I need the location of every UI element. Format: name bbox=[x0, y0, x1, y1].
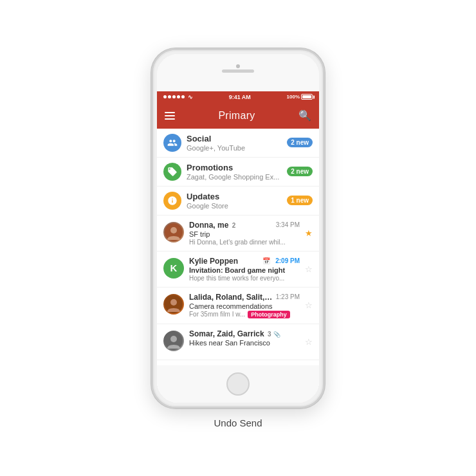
signal-dot bbox=[168, 95, 171, 98]
email-time: 2:09 PM bbox=[275, 257, 300, 264]
caption-label: Undo Send bbox=[214, 417, 262, 428]
email-top: Kylie Poppen 📅 2:09 PM bbox=[189, 257, 300, 266]
email-count: 2 bbox=[232, 222, 236, 229]
svg-point-5 bbox=[170, 336, 177, 342]
email-time: 3:34 PM bbox=[276, 221, 300, 228]
hamburger-line bbox=[165, 118, 175, 120]
email-row[interactable]: Somar, Zaid, Garrick 3 📎 Hikes near San … bbox=[157, 324, 319, 360]
home-button[interactable] bbox=[226, 372, 250, 396]
email-subject: SF trip bbox=[189, 230, 300, 238]
social-badge: 2 new bbox=[287, 138, 313, 147]
email-count: 3 bbox=[268, 331, 271, 338]
tag-badge: Photography bbox=[248, 311, 290, 318]
status-bar: ∿ 9:41 AM 100% bbox=[157, 91, 319, 103]
social-name: Social bbox=[187, 134, 282, 143]
avatar bbox=[163, 294, 184, 315]
social-category[interactable]: Social Google+, YouTube 2 new bbox=[157, 129, 319, 158]
email-subject: Invitation: Board game night bbox=[189, 266, 300, 274]
updates-icon bbox=[163, 192, 181, 210]
calendar-icon: 📅 bbox=[262, 257, 270, 264]
promotions-category[interactable]: Promotions Zagat, Google Shopping Ex... … bbox=[157, 158, 319, 187]
bottom-bezel bbox=[157, 365, 319, 403]
power-button bbox=[324, 127, 325, 153]
star-empty-icon[interactable]: ☆ bbox=[305, 300, 313, 310]
gmail-header: Primary 🔍 bbox=[157, 103, 319, 129]
star-empty-icon[interactable]: ☆ bbox=[305, 337, 313, 347]
email-preview: For 35mm film I w... Photography bbox=[189, 311, 300, 318]
email-info: Lalida, Roland, Salit, me 5 1:23 PM Came… bbox=[189, 293, 300, 318]
email-top: Donna, me 2 3:34 PM bbox=[189, 221, 300, 230]
social-preview: Google+, YouTube bbox=[187, 144, 282, 152]
svg-point-1 bbox=[170, 227, 177, 233]
email-info: Donna, me 2 3:34 PM SF trip Hi Donna, Le… bbox=[189, 221, 300, 246]
promotions-badge: 2 new bbox=[287, 167, 313, 176]
front-camera bbox=[236, 64, 240, 68]
svg-point-3 bbox=[170, 299, 177, 306]
email-info: Kylie Poppen 📅 2:09 PM Invitation: Board… bbox=[189, 257, 300, 282]
star-icon[interactable]: ★ bbox=[305, 228, 313, 238]
email-row[interactable]: Donna, me 2 3:34 PM SF trip Hi Donna, Le… bbox=[157, 215, 319, 252]
battery-icon bbox=[301, 94, 313, 100]
inbox-title: Primary bbox=[218, 110, 255, 122]
social-icon bbox=[163, 134, 181, 152]
signal-dot bbox=[181, 95, 185, 98]
avatar: K bbox=[163, 258, 184, 279]
phone-shell: ∿ 9:41 AM 100% Primary 🔍 bbox=[151, 48, 325, 408]
battery-indicator: 100% bbox=[287, 94, 313, 100]
volume-up-button bbox=[151, 129, 152, 151]
signal-dot bbox=[177, 95, 180, 98]
status-time: 9:41 AM bbox=[229, 94, 251, 100]
signal-dot bbox=[172, 95, 176, 98]
social-info: Social Google+, YouTube bbox=[187, 134, 282, 152]
updates-info: Updates Google Store bbox=[187, 192, 282, 210]
battery-fill bbox=[302, 95, 311, 98]
updates-category[interactable]: Updates Google Store 1 new bbox=[157, 187, 319, 215]
email-time: 1:23 PM bbox=[276, 293, 300, 300]
email-top: Somar, Zaid, Garrick 3 📎 bbox=[189, 329, 300, 338]
hamburger-line bbox=[165, 112, 175, 113]
promotions-icon bbox=[163, 163, 181, 181]
signal-indicator: ∿ bbox=[163, 94, 193, 100]
signal-dot bbox=[163, 95, 167, 98]
email-sender: Somar, Zaid, Garrick 3 📎 bbox=[189, 329, 300, 338]
wifi-icon: ∿ bbox=[188, 94, 193, 100]
volume-down-button bbox=[151, 156, 152, 179]
updates-name: Updates bbox=[187, 192, 282, 201]
hamburger-line bbox=[165, 115, 175, 116]
mute-button bbox=[151, 108, 152, 122]
email-top: Lalida, Roland, Salit, me 5 1:23 PM bbox=[189, 293, 300, 302]
phone-inner: ∿ 9:41 AM 100% Primary 🔍 bbox=[157, 54, 319, 403]
email-preview: Hope this time works for everyo... bbox=[189, 275, 300, 282]
updates-preview: Google Store bbox=[187, 202, 282, 210]
speaker bbox=[222, 69, 254, 73]
email-sender: Donna, me 2 bbox=[189, 221, 273, 230]
email-row[interactable]: K Kylie Poppen 📅 2:09 PM Invitation: Boa… bbox=[157, 252, 319, 288]
email-list: Social Google+, YouTube 2 new Promotions bbox=[157, 129, 319, 403]
top-bezel bbox=[157, 54, 319, 91]
avatar bbox=[163, 331, 184, 351]
email-info: Somar, Zaid, Garrick 3 📎 Hikes near San … bbox=[189, 329, 300, 347]
promotions-preview: Zagat, Google Shopping Ex... bbox=[187, 173, 282, 181]
search-button[interactable]: 🔍 bbox=[298, 109, 311, 122]
page-wrapper: ∿ 9:41 AM 100% Primary 🔍 bbox=[151, 48, 325, 428]
email-sender: Lalida, Roland, Salit, me 5 bbox=[189, 293, 273, 302]
email-subject: Hikes near San Francisco bbox=[189, 339, 300, 347]
email-row[interactable]: Lalida, Roland, Salit, me 5 1:23 PM Came… bbox=[157, 288, 319, 324]
email-subject: Camera recommendations bbox=[189, 302, 300, 310]
promotions-info: Promotions Zagat, Google Shopping Ex... bbox=[187, 163, 282, 181]
avatar bbox=[163, 222, 184, 243]
email-sender: Kylie Poppen bbox=[189, 257, 262, 266]
menu-button[interactable] bbox=[165, 112, 175, 120]
updates-badge: 1 new bbox=[287, 196, 313, 205]
email-preview: Hi Donna, Let's grab dinner whil... bbox=[189, 239, 300, 246]
promotions-name: Promotions bbox=[187, 163, 282, 172]
star-empty-icon[interactable]: ☆ bbox=[305, 264, 313, 274]
